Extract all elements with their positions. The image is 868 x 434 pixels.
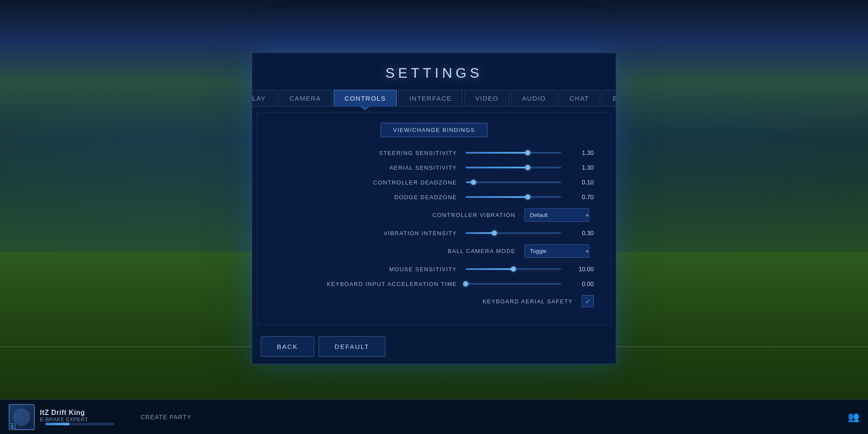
setting-row-controller-deadzone: CONTROLLER DEADZONE0.10: [274, 179, 594, 186]
tab-camera[interactable]: CAMERA: [279, 90, 332, 107]
setting-value-aerial-sensitivity: 1.30: [570, 164, 594, 171]
slider-container-keyboard-input-acceleration[interactable]: [466, 283, 561, 285]
player-level: 1: [9, 423, 16, 430]
slider-fill-vibration-intensity: [466, 232, 494, 234]
tab-audio[interactable]: AUDIO: [511, 90, 557, 107]
slider-track-controller-deadzone: [466, 181, 561, 183]
setting-label-aerial-sensitivity: AERIAL SENSITIVITY: [327, 164, 457, 171]
tab-controls[interactable]: CONTROLS: [334, 90, 397, 107]
dropdown-ball-camera-mode[interactable]: ToggleHold: [524, 244, 589, 258]
xp-fill: [45, 423, 69, 425]
slider-track-dodge-deadzone: [466, 196, 561, 198]
slider-thumb-vibration-intensity[interactable]: [492, 230, 497, 236]
content-area: VIEW/CHANGE BINDINGS STEERING SENSITIVIT…: [256, 112, 612, 325]
slider-fill-steering-sensitivity: [466, 152, 528, 154]
slider-track-keyboard-input-acceleration: [466, 283, 561, 285]
dialog-footer: BACK DEFAULT: [252, 329, 616, 364]
slider-thumb-steering-sensitivity[interactable]: [525, 150, 530, 155]
setting-row-aerial-sensitivity: AERIAL SENSITIVITY1.30: [274, 164, 594, 171]
setting-row-vibration-intensity: VIBRATION INTENSITY0.30: [274, 230, 594, 237]
player-avatar: 1: [9, 404, 35, 430]
setting-label-steering-sensitivity: STEERING SENSITIVITY: [327, 150, 457, 156]
setting-value-controller-deadzone: 0.10: [570, 179, 594, 186]
slider-track-aerial-sensitivity: [466, 167, 561, 168]
settings-title: SETTINGS: [252, 53, 616, 90]
slider-fill-aerial-sensitivity: [466, 167, 528, 168]
xp-bar: [45, 423, 115, 425]
setting-row-dodge-deadzone: DODGE DEADZONE0.70: [274, 194, 594, 201]
tab-interface[interactable]: INTERFACE: [398, 90, 463, 107]
player-info: ItZ Drift King E-BRAKE EXPERT: [40, 409, 115, 425]
slider-container-dodge-deadzone[interactable]: [466, 196, 561, 198]
setting-row-keyboard-aerial-safety: KEYBOARD AERIAL SAFETY✓: [274, 295, 594, 307]
back-button[interactable]: BACK: [261, 336, 314, 357]
dropdown-wrapper-ball-camera-mode[interactable]: ToggleHold: [524, 244, 594, 258]
setting-row-ball-camera-mode: BALL CAMERA MODEToggleHold: [274, 244, 594, 258]
setting-value-keyboard-input-acceleration: 0.00: [570, 280, 594, 287]
dropdown-wrapper-controller-vibration[interactable]: DefaultOnOff: [524, 208, 594, 222]
tab-chat[interactable]: CHAT: [559, 90, 600, 107]
slider-container-aerial-sensitivity[interactable]: [466, 167, 561, 168]
setting-label-mouse-sensitivity: MOUSE SENSITIVITY: [327, 266, 457, 273]
setting-label-controller-deadzone: CONTROLLER DEADZONE: [327, 179, 457, 186]
slider-thumb-aerial-sensitivity[interactable]: [525, 165, 530, 170]
dialog-overlay: SETTINGS GAMEPLAYCAMERACONTROLSINTERFACE…: [0, 0, 868, 434]
slider-thumb-controller-deadzone[interactable]: [471, 180, 476, 185]
setting-label-keyboard-input-acceleration: KEYBOARD INPUT ACCELERATION TIME: [327, 281, 457, 287]
checkbox-keyboard-aerial-safety[interactable]: ✓: [582, 295, 594, 307]
setting-row-steering-sensitivity: STEERING SENSITIVITY1.30: [274, 149, 594, 156]
dropdown-controller-vibration[interactable]: DefaultOnOff: [524, 208, 589, 222]
setting-value-steering-sensitivity: 1.30: [570, 149, 594, 156]
settings-dialog: SETTINGS GAMEPLAYCAMERACONTROLSINTERFACE…: [252, 53, 616, 364]
slider-container-steering-sensitivity[interactable]: [466, 152, 561, 154]
setting-value-dodge-deadzone: 0.70: [570, 194, 594, 201]
friends-icon[interactable]: 👥: [848, 411, 859, 423]
tab-gameplay[interactable]: GAMEPLAY: [252, 90, 277, 107]
view-change-bindings-button[interactable]: VIEW/CHANGE BINDINGS: [381, 123, 488, 137]
player-name: ItZ Drift King: [40, 409, 115, 417]
setting-value-vibration-intensity: 0.30: [570, 230, 594, 237]
setting-row-keyboard-input-acceleration: KEYBOARD INPUT ACCELERATION TIME0.00: [274, 280, 594, 287]
tabs-row: GAMEPLAYCAMERACONTROLSINTERFACEVIDEOAUDI…: [252, 90, 616, 107]
tab-extras[interactable]: EXTRAS: [602, 90, 616, 107]
tab-video[interactable]: VIDEO: [464, 90, 510, 107]
slider-container-mouse-sensitivity[interactable]: [466, 268, 561, 270]
default-button[interactable]: DEFAULT: [319, 336, 385, 357]
xp-bar-container: [45, 423, 115, 425]
setting-value-mouse-sensitivity: 10.00: [570, 266, 594, 273]
slider-container-vibration-intensity[interactable]: [466, 232, 561, 234]
slider-thumb-dodge-deadzone[interactable]: [525, 194, 530, 200]
setting-label-dodge-deadzone: DODGE DEADZONE: [327, 194, 457, 201]
slider-fill-mouse-sensitivity: [466, 268, 513, 270]
slider-fill-dodge-deadzone: [466, 196, 528, 198]
slider-track-mouse-sensitivity: [466, 268, 561, 270]
slider-thumb-keyboard-input-acceleration[interactable]: [463, 281, 468, 286]
create-party-button[interactable]: CREATE PARTY: [141, 414, 191, 421]
slider-track-steering-sensitivity: [466, 152, 561, 154]
avatar-image: [13, 408, 30, 426]
setting-label-ball-camera-mode: BALL CAMERA MODE: [385, 248, 516, 254]
bindings-button-row: VIEW/CHANGE BINDINGS: [274, 123, 594, 137]
settings-grid: STEERING SENSITIVITY1.30AERIAL SENSITIVI…: [274, 149, 594, 307]
slider-track-vibration-intensity: [466, 232, 561, 234]
slider-container-controller-deadzone[interactable]: [466, 181, 561, 183]
checkbox-check-icon: ✓: [585, 297, 591, 306]
slider-thumb-mouse-sensitivity[interactable]: [511, 266, 516, 272]
setting-label-keyboard-aerial-safety: KEYBOARD AERIAL SAFETY: [443, 298, 573, 305]
setting-row-mouse-sensitivity: MOUSE SENSITIVITY10.00: [274, 266, 594, 273]
setting-label-vibration-intensity: VIBRATION INTENSITY: [327, 230, 457, 237]
bottom-bar: 1 ItZ Drift King E-BRAKE EXPERT CREATE P…: [0, 399, 868, 434]
setting-row-controller-vibration: CONTROLLER VIBRATIONDefaultOnOff: [274, 208, 594, 222]
player-title: E-BRAKE EXPERT: [40, 417, 115, 423]
setting-label-controller-vibration: CONTROLLER VIBRATION: [385, 212, 516, 218]
